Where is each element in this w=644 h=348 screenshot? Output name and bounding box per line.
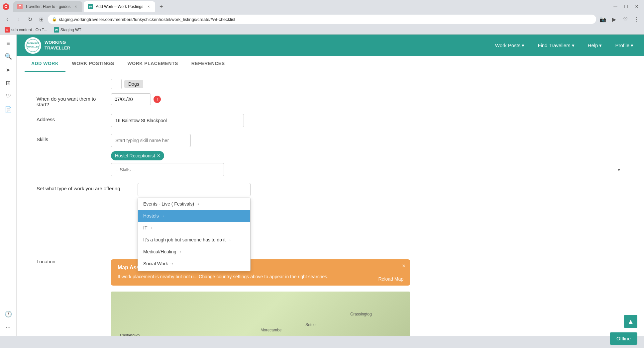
bookmark2-label: Staging WT — [60, 28, 81, 32]
window-minimize[interactable]: ─ — [611, 2, 620, 11]
window-close[interactable]: × — [632, 2, 641, 11]
work-type-dropdown: Events - Live ( Festivals) → Hostels → I… — [138, 198, 251, 271]
date-input-row: ! — [111, 93, 624, 105]
nav-find-travellers[interactable]: Find Travellers ▾ — [535, 41, 577, 50]
map-assistant-close[interactable]: × — [402, 263, 405, 270]
top-navigation: WORKING TRAVELLER WORKING TRAVELLER Work… — [17, 35, 644, 56]
map-label-settle: Settle — [305, 322, 316, 327]
tab-grid-button[interactable]: ⊞ — [37, 15, 46, 24]
back-button[interactable]: ‹ — [3, 15, 12, 24]
bookmark1-label: sub content - On T... — [11, 28, 47, 32]
bookmark2-favicon: W — [54, 27, 59, 33]
work-type-search-input[interactable] — [138, 183, 251, 196]
tab-1[interactable]: T Traveller: How to - guides × — [13, 1, 82, 12]
sidebar-send-icon[interactable]: ➤ — [2, 64, 14, 76]
window-maximize[interactable]: □ — [621, 2, 631, 11]
reload-map-button[interactable]: Reload Map — [378, 276, 404, 282]
location-label: Location — [37, 256, 103, 264]
small-input[interactable] — [111, 79, 122, 89]
sidebar-heart-icon[interactable]: ♡ — [2, 90, 14, 102]
start-date-label: When do you want them to start? — [37, 93, 103, 107]
dropdown-item-social-work[interactable]: Social Work → — [138, 258, 250, 270]
logo-area: WORKING TRAVELLER WORKING TRAVELLER — [25, 37, 70, 54]
help-arrow: ▾ — [599, 43, 602, 48]
address-bar: ‹ › ↻ ⊞ 🔒 staging.workingtraveller.com/m… — [0, 13, 644, 25]
nav-profile[interactable]: Profile ▾ — [612, 41, 636, 50]
tab1-close[interactable]: × — [73, 4, 78, 9]
tab-references[interactable]: REFERENCES — [185, 56, 232, 72]
bookmark-button[interactable]: ♡ — [621, 15, 630, 24]
browser-logo: O — [3, 3, 9, 10]
lock-icon: 🔒 — [52, 17, 57, 22]
sidebar-apps-icon[interactable]: ⊞ — [2, 77, 14, 89]
main-area: WORKING TRAVELLER WORKING TRAVELLER Work… — [17, 35, 644, 336]
tab1-favicon: T — [17, 4, 23, 9]
tab-add-work[interactable]: ADD WORK — [25, 56, 65, 72]
page-content: ≡ 🔍 ➤ ⊞ ♡ 📄 🕐 ··· WORKING TRAVELLER — [0, 35, 644, 336]
tags-row: Dogs — [37, 79, 624, 89]
dropdown-item-tough-job[interactable]: It's a tough job but someone has to do i… — [138, 234, 250, 246]
cast-button[interactable]: ▶ — [609, 15, 619, 24]
url-bar[interactable]: 🔒 staging.workingtraveller.com/members/f… — [48, 15, 596, 24]
tab-work-postings[interactable]: WORK POSTINGS — [65, 56, 121, 72]
svg-text:TRAVELLER: TRAVELLER — [27, 46, 39, 48]
reload-button[interactable]: ↻ — [25, 15, 35, 24]
remove-skill-tag[interactable]: × — [157, 153, 160, 158]
dropdown-item-medical[interactable]: Medical/Healing → — [138, 246, 250, 258]
date-input[interactable] — [111, 93, 151, 105]
work-type-controls: Events - Live ( Festivals) → Hostels → I… — [138, 183, 624, 196]
menu-button[interactable]: ⋮ — [632, 15, 641, 24]
content-area: Dogs When do you want them to start? ! — [17, 72, 644, 336]
skills-search-input[interactable] — [111, 134, 191, 147]
map-label-morecambe: Morecambe — [261, 328, 281, 332]
logo-text: WORKING TRAVELLER — [45, 40, 70, 51]
tags-label — [37, 79, 103, 81]
location-section: Location Map Assistant If work placement… — [37, 256, 624, 336]
address-controls — [111, 114, 624, 127]
date-warning-icon[interactable]: ! — [154, 96, 161, 103]
sidebar-clock-icon[interactable]: 🕐 — [2, 308, 14, 320]
dogs-tag[interactable]: Dogs — [124, 80, 143, 88]
svg-point-0 — [27, 39, 39, 52]
logo-icon: WORKING TRAVELLER — [25, 37, 41, 54]
sub-navigation: ADD WORK WORK POSTINGS WORK PLACEMENTS R… — [17, 56, 644, 72]
map-label-grassington: Grassingtog — [350, 312, 372, 316]
work-posts-arrow: ▾ — [522, 43, 524, 48]
tab2-close[interactable]: × — [146, 4, 151, 9]
tab2-label: Add Work – Work Postings — [96, 4, 143, 9]
address-input[interactable] — [111, 114, 244, 127]
nav-help[interactable]: Help ▾ — [585, 41, 605, 50]
tab-work-placements[interactable]: WORK PLACEMENTS — [121, 56, 185, 72]
forward-button[interactable]: › — [14, 15, 23, 24]
skills-dropdown-arrow: ▾ — [618, 167, 620, 172]
screenshot-button[interactable]: 📷 — [598, 15, 607, 24]
skills-row: Skills Hostel Receptionist × -- — [37, 134, 624, 176]
sidebar-search-icon[interactable]: 🔍 — [2, 50, 14, 62]
tab2-favicon: W — [88, 4, 93, 9]
dropdown-item-sport[interactable]: Sport → — [138, 270, 250, 271]
tab1-label: Traveller: How to - guides — [25, 4, 70, 9]
bookmark-2[interactable]: W Staging WT — [52, 27, 83, 33]
find-travellers-arrow: ▾ — [572, 43, 575, 48]
skills-select[interactable]: -- Skills -- — [111, 163, 224, 176]
bookmark-1[interactable]: S sub content - On T... — [3, 27, 49, 33]
sidebar-dots-icon[interactable]: ··· — [2, 321, 14, 333]
new-tab-button[interactable]: + — [157, 2, 166, 11]
sidebar-menu-icon[interactable]: ≡ — [2, 37, 14, 49]
dropdown-item-hostels[interactable]: Hostels → — [138, 210, 250, 222]
dropdown-item-it[interactable]: IT → — [138, 222, 250, 234]
bookmark1-favicon: S — [5, 27, 10, 33]
profile-arrow: ▾ — [631, 43, 633, 48]
nav-work-posts[interactable]: Work Posts ▾ — [492, 41, 527, 50]
offline-badge: Offline — [610, 332, 637, 345]
sidebar-document-icon[interactable]: 📄 — [2, 104, 14, 116]
address-row: Address — [37, 114, 624, 127]
svg-text:WORKING: WORKING — [27, 42, 39, 44]
scroll-top-button[interactable]: ▲ — [624, 315, 637, 328]
dropdown-item-events[interactable]: Events - Live ( Festivals) → — [138, 198, 250, 210]
tab-2[interactable]: W Add Work – Work Postings × — [84, 1, 155, 12]
map-container[interactable]: Castletown Morecambe Settle Grassingtog — [111, 292, 410, 336]
location-row: Location Map Assistant If work placement… — [37, 256, 624, 336]
hostel-receptionist-tag[interactable]: Hostel Receptionist × — [111, 151, 164, 160]
work-type-row: Set what type of work you are offering E… — [37, 183, 624, 196]
